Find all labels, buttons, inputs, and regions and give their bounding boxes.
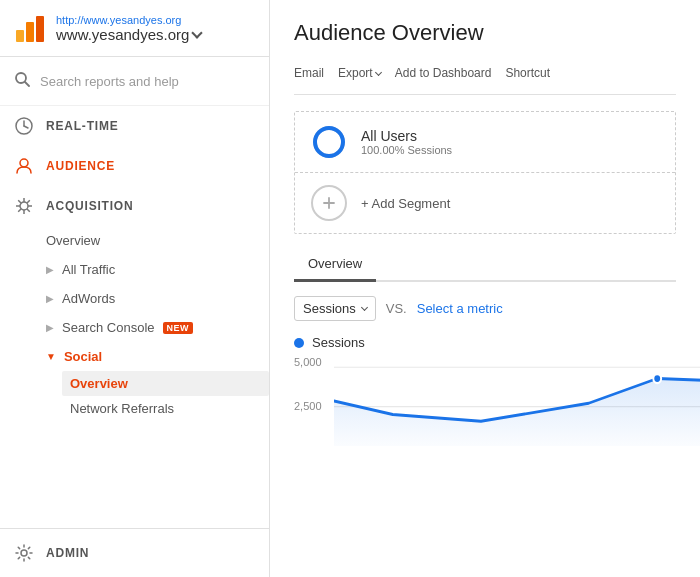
export-button[interactable]: Export <box>338 62 391 84</box>
chart-svg-wrap: 5,000 2,500 <box>294 356 676 446</box>
search-placeholder: Search reports and help <box>40 74 179 89</box>
search-bar[interactable]: Search reports and help <box>0 57 269 106</box>
main-content: Audience Overview Email Export Add to Da… <box>270 0 700 577</box>
nav-sub-search-console[interactable]: ▶ Search Console NEW <box>46 313 269 342</box>
svg-line-7 <box>24 126 28 128</box>
admin-label: ADMIN <box>46 546 89 560</box>
svg-point-18 <box>21 550 27 556</box>
audience-label: AUDIENCE <box>46 159 115 173</box>
nav-section: REAL-TIME AUDIENCE <box>0 106 269 421</box>
social-sub-items: Overview Network Referrals <box>46 371 269 421</box>
add-segment-circle-icon <box>311 185 347 221</box>
all-users-name: All Users <box>361 128 452 144</box>
arrow-down-icon: ▼ <box>46 351 56 362</box>
header-text: http://www.yesandyes.org www.yesandyes.o… <box>56 14 201 43</box>
search-icon <box>14 71 30 91</box>
all-users-circle-icon <box>311 124 347 160</box>
email-button[interactable]: Email <box>294 62 334 84</box>
svg-point-9 <box>20 202 28 210</box>
person-icon <box>14 156 34 176</box>
export-chevron-icon <box>375 68 382 75</box>
svg-rect-0 <box>16 30 24 42</box>
page-title: Audience Overview <box>294 20 676 46</box>
shortcut-button[interactable]: Shortcut <box>505 62 560 84</box>
chart-legend-label: Sessions <box>312 335 365 350</box>
logo-icon <box>14 12 46 44</box>
all-users-info: All Users 100.00% Sessions <box>361 128 452 156</box>
new-badge: NEW <box>163 322 194 334</box>
all-users-pct: 100.00% Sessions <box>361 144 452 156</box>
chart-legend: Sessions <box>294 335 676 350</box>
y-label-5000: 5,000 <box>294 356 322 368</box>
add-segment-text: + Add Segment <box>361 196 450 211</box>
svg-line-15 <box>27 209 30 212</box>
sidebar: http://www.yesandyes.org www.yesandyes.o… <box>0 0 270 577</box>
nav-network-referrals[interactable]: Network Referrals <box>62 396 269 421</box>
chart-area: Sessions 5,000 2,500 <box>294 335 676 465</box>
y-label-2500: 2,500 <box>294 400 322 412</box>
svg-rect-1 <box>26 22 34 42</box>
site-name[interactable]: www.yesandyes.org <box>56 26 201 43</box>
svg-line-16 <box>27 200 30 203</box>
svg-line-4 <box>25 82 29 86</box>
svg-line-17 <box>18 209 21 212</box>
acquisition-icon <box>14 196 34 216</box>
nav-sub-overview[interactable]: Overview <box>46 226 269 255</box>
svg-rect-2 <box>36 16 44 42</box>
metric-selector-row: Sessions VS. Select a metric <box>294 296 676 321</box>
nav-audience[interactable]: AUDIENCE <box>0 146 269 186</box>
nav-acquisition[interactable]: ACQUISITION <box>0 186 269 226</box>
chart-legend-dot <box>294 338 304 348</box>
chevron-down-icon <box>192 27 203 38</box>
nav-admin[interactable]: ADMIN <box>0 528 269 577</box>
segments-area: All Users 100.00% Sessions + Add Segment <box>294 111 676 234</box>
svg-point-25 <box>653 374 661 383</box>
nav-social-overview[interactable]: Overview <box>62 371 269 396</box>
svg-line-14 <box>18 200 21 203</box>
arrow-icon: ▶ <box>46 322 54 333</box>
tab-overview[interactable]: Overview <box>294 248 376 282</box>
nav-sub-adwords[interactable]: ▶ AdWords <box>46 284 269 313</box>
acquisition-label: ACQUISITION <box>46 199 133 213</box>
clock-icon <box>14 116 34 136</box>
tab-bar: Overview <box>294 248 676 282</box>
acquisition-sub-items: Overview ▶ All Traffic ▶ AdWords ▶ Searc… <box>0 226 269 421</box>
select-metric-link[interactable]: Select a metric <box>417 301 503 316</box>
realtime-label: REAL-TIME <box>46 119 119 133</box>
nav-realtime[interactable]: REAL-TIME <box>0 106 269 146</box>
action-bar: Email Export Add to Dashboard Shortcut <box>294 62 676 95</box>
svg-point-8 <box>20 159 28 167</box>
svg-point-20 <box>315 128 343 156</box>
dropdown-chevron-icon <box>361 304 368 311</box>
gear-icon <box>14 543 34 563</box>
chart-svg <box>334 356 700 446</box>
all-users-segment[interactable]: All Users 100.00% Sessions <box>295 112 675 173</box>
site-url[interactable]: http://www.yesandyes.org <box>56 14 201 26</box>
nav-sub-social[interactable]: ▼ Social <box>46 342 269 371</box>
vs-label: VS. <box>386 301 407 316</box>
add-to-dashboard-button[interactable]: Add to Dashboard <box>395 62 502 84</box>
add-segment-row[interactable]: + Add Segment <box>295 173 675 233</box>
arrow-icon: ▶ <box>46 293 54 304</box>
nav-sub-all-traffic[interactable]: ▶ All Traffic <box>46 255 269 284</box>
sessions-dropdown[interactable]: Sessions <box>294 296 376 321</box>
arrow-icon: ▶ <box>46 264 54 275</box>
main-inner: Audience Overview Email Export Add to Da… <box>270 0 700 577</box>
site-header[interactable]: http://www.yesandyes.org www.yesandyes.o… <box>0 0 269 57</box>
